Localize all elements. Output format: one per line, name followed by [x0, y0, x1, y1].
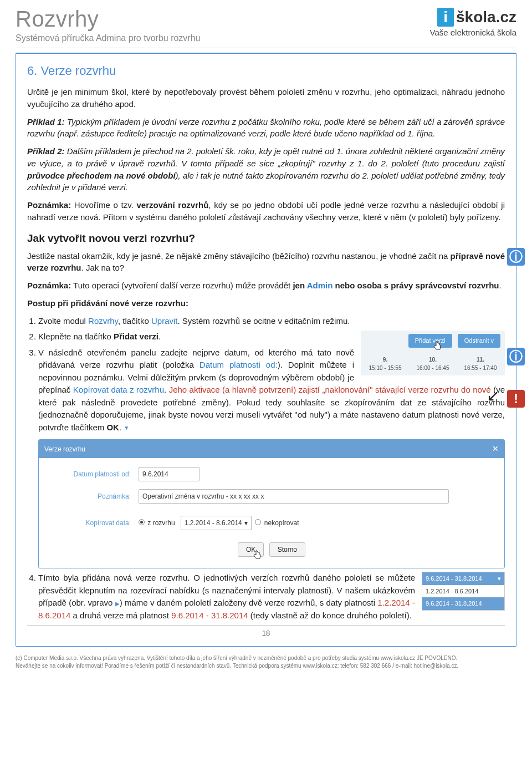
copy-label: Kopírovat data: [50, 518, 139, 528]
page-footer: (c) Computer Media s.r.o. Všechna práva … [0, 652, 532, 677]
step-1: Zvolte modul Rozvrhy, tlačítko Upravit. … [38, 315, 505, 328]
version-dialog: Verze rozvrhu ✕ Datum platnosti od: 9.6.… [38, 439, 505, 568]
cursor-icon [253, 550, 262, 564]
dropdown-option[interactable]: 9.6.2014 - 31.8.2014 [422, 597, 504, 610]
chevron-down-icon: ▾ [244, 518, 248, 528]
page-number: 18 [27, 625, 505, 639]
chevron-down-icon: ▾ [498, 574, 501, 583]
dropdown-option[interactable]: 1.2.2014 - 8.6.2014 [422, 585, 504, 598]
page-header: Rozvrhy Systémová příručka Admina pro tv… [16, 8, 516, 48]
info-icon: ⓘ [507, 248, 525, 266]
radio-from-schedule[interactable]: z rozvrhu [139, 518, 175, 528]
steps-list: Zvolte modul Rozvrhy, tlačítko Upravit. … [27, 315, 505, 622]
remove-version-button[interactable]: Odstranit v [458, 334, 500, 348]
copy-range-select[interactable]: 1.2.2014 - 8.6.2014 ▾ [181, 516, 252, 530]
logo-text: škola.cz [456, 8, 516, 26]
note-input[interactable]: Operativní změna v rozvrhu - xx x xx xx … [139, 489, 449, 504]
doc-title: Rozvrhy [16, 8, 200, 30]
logo-tagline: Vaše elektronická škola [430, 28, 516, 37]
note-2: Poznámka: Tuto operaci (vytvoření další … [27, 280, 505, 292]
triangle-right-icon: ▶ [115, 599, 120, 608]
step-4: 9.6.2014 - 31.8.2014▾ 1.2.2014 - 8.6.201… [38, 572, 505, 622]
dialog-title: Verze rozvrhu [44, 444, 85, 454]
steps-title: Postup při přidávání nové verze rozvrhu: [27, 297, 505, 309]
alert-icon: ! [507, 390, 525, 408]
add-version-button[interactable]: Přidat verzi [408, 334, 452, 348]
logo-icon: i [437, 8, 454, 27]
date-label: Datum platnosti od: [50, 469, 139, 479]
version-dropdown[interactable]: 9.6.2014 - 31.8.2014▾ 1.2.2014 - 8.6.201… [422, 572, 505, 611]
content-frame: 6. Verze rozvrhu Určitě je jen minimum š… [16, 53, 516, 647]
step-2: Přidat verzi Odstranit v 9.15:10 - 15:55… [38, 331, 505, 343]
radio-no-copy[interactable]: nekopírovat [255, 518, 299, 528]
triangle-down-icon: ▼ [124, 424, 129, 432]
doc-subtitle: Systémová příručka Admina pro tvorbu roz… [16, 33, 200, 43]
example-2: Příklad 2: Dalším příkladem je přechod n… [27, 145, 505, 194]
logo: i škola.cz [430, 8, 516, 27]
step-3: ! V následně otevřeném panelu zadejte ne… [38, 347, 505, 569]
note-1: Poznámka: Hovoříme o tzv. verzování rozv… [27, 199, 505, 223]
intro-paragraph: Určitě je jen minimum škol, které by nep… [27, 86, 505, 110]
example-1: Příklad 1: Typickým příkladem je úvodní … [27, 116, 505, 140]
chapter-title: 6. Verze rozvrhu [27, 64, 505, 78]
close-icon[interactable]: ✕ [492, 443, 499, 455]
subchapter-intro: Jestliže nastal okamžik, kdy je jasné, ž… [27, 250, 505, 275]
note-label: Poznámka: [50, 491, 139, 501]
subchapter-title: Jak vytvořit novou verzi rozvrhu? [27, 232, 505, 245]
info-icon: ⓘ [507, 348, 525, 365]
date-input[interactable]: 9.6.2014 [139, 467, 200, 481]
cancel-button[interactable]: Storno [269, 542, 305, 557]
